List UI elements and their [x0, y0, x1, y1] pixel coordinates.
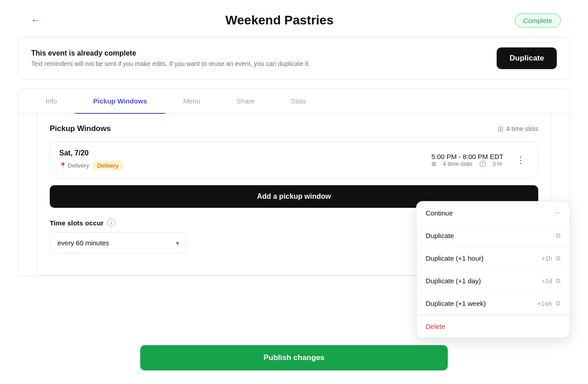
- page-title: Weekend Pastries: [44, 13, 515, 28]
- card-slots-count: 4 time slots: [443, 160, 473, 167]
- plus-1d-badge: +1d: [541, 277, 552, 285]
- dropdown-duplicate-1wk[interactable]: Duplicate (+1 week) +1wk ⧉: [417, 292, 569, 315]
- copy-icon-1h: ⧉: [556, 254, 560, 262]
- publish-button[interactable]: Publish changes: [140, 345, 448, 370]
- pickup-time-range: 5:00 PM - 8:00 PM EDT: [432, 153, 503, 160]
- duplicate-1wk-right: +1wk ⧉: [537, 300, 560, 307]
- dropdown-continue[interactable]: Continue →: [417, 201, 569, 225]
- grid-icon-small: ⊞: [432, 160, 436, 167]
- duplicate-1wk-label: Duplicate (+1 week): [426, 300, 486, 307]
- info-icon[interactable]: i: [107, 219, 115, 227]
- copy-icon: ⧉: [556, 232, 560, 239]
- status-badge: Complete: [515, 14, 561, 28]
- minutes-select-wrapper: every 15 minutes every 30 minutes every …: [50, 232, 185, 253]
- pickup-card-left: Sat, 7/20 📍 Delivery Delivery: [59, 149, 123, 170]
- continue-right: →: [553, 209, 560, 217]
- duplicate-1h-label: Duplicate (+1 hour): [426, 254, 484, 262]
- pickup-tags: 📍 Delivery Delivery: [59, 161, 123, 170]
- dropdown-menu: Continue → Duplicate ⧉ Duplicate (+1 hou…: [416, 201, 570, 338]
- pickup-windows-title: Pickup Windows: [50, 124, 111, 133]
- header: ← Weekend Pastries Complete: [0, 0, 588, 37]
- minutes-select[interactable]: every 15 minutes every 30 minutes every …: [50, 232, 185, 253]
- pickup-card: Sat, 7/20 📍 Delivery Delivery 5:00 PM - …: [50, 141, 538, 178]
- dropdown-duplicate[interactable]: Duplicate ⧉: [417, 225, 569, 247]
- continue-label: Continue: [426, 209, 453, 217]
- duplicate-right: ⧉: [556, 232, 560, 239]
- tab-info[interactable]: Info: [28, 89, 75, 113]
- alert-text: This event is already complete Text remi…: [31, 49, 310, 67]
- card-duration: 3 hr: [493, 160, 503, 167]
- delivery-tag: Delivery: [93, 161, 123, 170]
- tab-share[interactable]: Share: [218, 89, 273, 113]
- dropdown-delete[interactable]: Delete: [417, 315, 569, 337]
- dropdown-duplicate-1d[interactable]: Duplicate (+1 day) +1d ⧉: [417, 270, 569, 292]
- slots-count-label: 4 time slots: [506, 125, 538, 132]
- tab-pickup-windows[interactable]: Pickup Windows: [75, 89, 165, 113]
- grid-icon: ⊞: [498, 125, 503, 133]
- duplicate-1d-label: Duplicate (+1 day): [426, 277, 481, 285]
- slots-count: ⊞ 4 time slots: [498, 125, 538, 133]
- duplicate-label: Duplicate: [426, 232, 454, 239]
- alert-title: This event is already complete: [31, 49, 310, 57]
- duplicate-1d-right: +1d ⧉: [541, 277, 560, 285]
- pickup-date: Sat, 7/20: [59, 149, 123, 157]
- plus-1wk-badge: +1wk: [537, 300, 552, 307]
- back-button[interactable]: ←: [27, 13, 44, 28]
- clock-icon: 🕐: [479, 160, 486, 167]
- delivery-pin: 📍 Delivery: [59, 162, 89, 169]
- header-duplicate-button[interactable]: Duplicate: [497, 47, 557, 69]
- pin-icon: 📍: [59, 162, 66, 169]
- plus-1h-badge: +1h: [541, 255, 552, 262]
- delete-label: Delete: [426, 323, 445, 330]
- copy-icon-1d: ⧉: [556, 277, 560, 285]
- pickup-meta: ⊞ 4 time slots 🕐 3 hr: [432, 160, 503, 167]
- tab-bar: Info Pickup Windows Menu Share Stats: [19, 89, 569, 113]
- tab-stats[interactable]: Stats: [273, 89, 324, 113]
- arrow-icon: →: [553, 209, 560, 217]
- alert-subtitle: Text reminders will not be sent if you m…: [31, 60, 310, 67]
- pickup-card-right: 5:00 PM - 8:00 PM EDT ⊞ 4 time slots 🕐 3…: [432, 153, 529, 167]
- page-container: ← Weekend Pastries Complete This event i…: [0, 0, 588, 384]
- tab-menu[interactable]: Menu: [165, 89, 218, 113]
- more-options-button[interactable]: ⋮: [512, 153, 529, 167]
- dropdown-duplicate-1h[interactable]: Duplicate (+1 hour) +1h ⧉: [417, 247, 569, 270]
- pickup-windows-header: Pickup Windows ⊞ 4 time slots: [50, 124, 538, 133]
- copy-icon-1wk: ⧉: [556, 300, 560, 307]
- alert-banner: This event is already complete Text remi…: [18, 37, 570, 80]
- duplicate-1h-right: +1h ⧉: [541, 254, 560, 262]
